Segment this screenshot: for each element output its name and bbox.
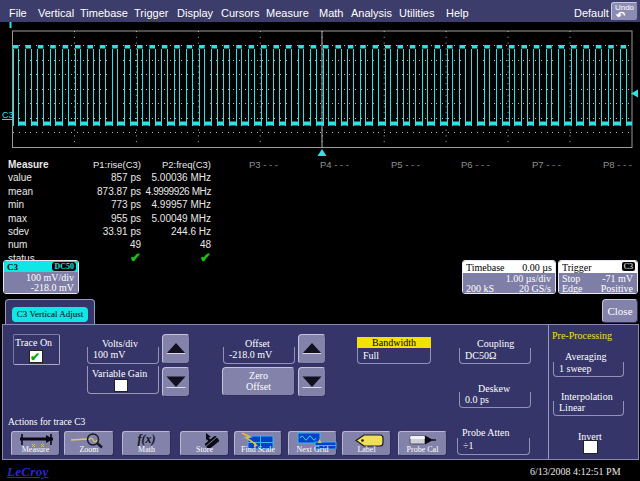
svg-text:C3: C3 — [2, 110, 14, 120]
